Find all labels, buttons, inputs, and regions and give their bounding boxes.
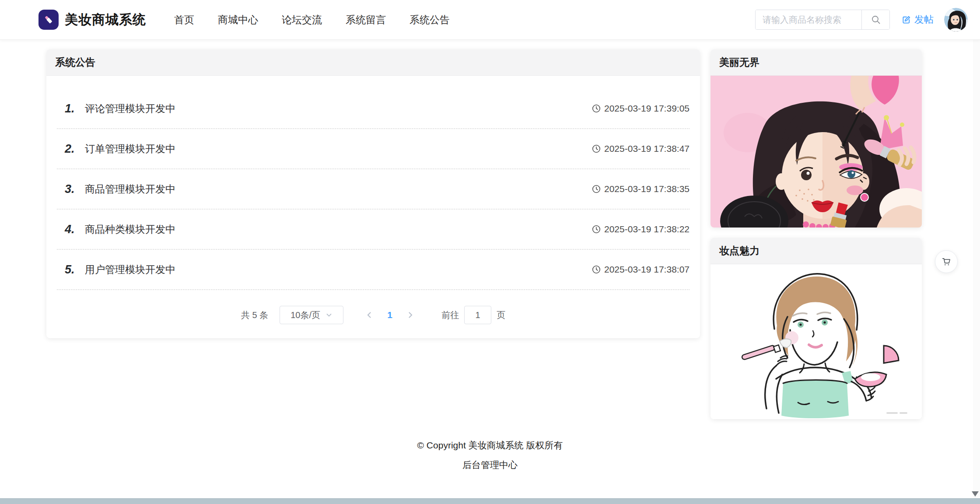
search-input[interactable] bbox=[756, 10, 861, 29]
pagination-total: 共 5 条 bbox=[241, 309, 268, 321]
announcement-time: 2025-03-19 17:39:05 bbox=[592, 103, 690, 114]
makeup-illustration-image bbox=[710, 264, 922, 419]
goto-page-input[interactable] bbox=[464, 306, 491, 324]
post-button[interactable]: 发帖 bbox=[901, 13, 934, 26]
brand-title: 美妆商城系统 bbox=[65, 11, 146, 29]
beauty-illustration-image bbox=[710, 76, 922, 228]
announcement-row[interactable]: 5. 用户管理模块开发中 2025-03-19 17:38:07 bbox=[57, 250, 690, 290]
promo-card-beauty-title: 美丽无界 bbox=[719, 56, 760, 69]
post-label: 发帖 bbox=[914, 13, 934, 26]
page-number-1[interactable]: 1 bbox=[382, 310, 398, 320]
announcements-card-header: 系统公告 bbox=[46, 49, 700, 76]
pagination: 共 5 条 10条/页 1 bbox=[57, 306, 690, 324]
announcement-title: 评论管理模块开发中 bbox=[85, 102, 175, 116]
clock-icon bbox=[592, 265, 601, 274]
announcement-title: 商品种类模块开发中 bbox=[85, 223, 175, 236]
announcements-list: 1. 评论管理模块开发中 2025-03-19 17:39:05 2. 订单管理… bbox=[46, 76, 700, 338]
scrollbar-down-arrow-icon[interactable] bbox=[972, 491, 979, 497]
nav-item-mall[interactable]: 商城中心 bbox=[218, 13, 258, 27]
clock-icon bbox=[592, 104, 601, 113]
search-box bbox=[755, 10, 890, 30]
footer: © Copyright 美妆商城系统 版权所有 后台管理中心 bbox=[0, 439, 980, 471]
page-size-select[interactable]: 10条/页 bbox=[280, 306, 343, 324]
cart-icon bbox=[941, 256, 952, 267]
brand-logo bbox=[38, 10, 59, 30]
sidebar: 美丽无界 bbox=[710, 49, 922, 419]
promo-card-makeup-title: 妆点魅力 bbox=[719, 244, 760, 258]
bottom-scrollbar bbox=[0, 498, 980, 504]
vertical-scrollbar-track[interactable] bbox=[973, 40, 980, 498]
admin-center-link[interactable]: 后台管理中心 bbox=[462, 459, 518, 471]
clock-icon bbox=[592, 144, 601, 153]
announcement-title: 用户管理模块开发中 bbox=[85, 263, 175, 276]
announcement-time: 2025-03-19 17:38:35 bbox=[592, 184, 690, 194]
next-page-button[interactable] bbox=[404, 311, 417, 319]
promo-card-beauty-header: 美丽无界 bbox=[710, 49, 922, 76]
chevron-right-icon bbox=[406, 311, 414, 319]
announcement-time: 2025-03-19 17:38:07 bbox=[592, 264, 690, 275]
promo-card-makeup: 妆点魅力 bbox=[710, 238, 922, 419]
announcement-index: 3. bbox=[65, 182, 80, 196]
edit-icon bbox=[901, 15, 911, 25]
lipstick-icon bbox=[42, 13, 55, 26]
announcement-time: 2025-03-19 17:38:47 bbox=[592, 144, 690, 154]
announcement-index: 4. bbox=[65, 223, 80, 236]
navbar: 美妆商城系统 首页 商城中心 论坛交流 系统留言 系统公告 bbox=[0, 0, 980, 40]
main-content: 系统公告 1. 评论管理模块开发中 2025-03-19 17:39:05 2.… bbox=[0, 40, 980, 419]
promo-card-makeup-header: 妆点魅力 bbox=[710, 238, 922, 264]
chevron-down-icon bbox=[326, 312, 332, 318]
nav-item-announcements[interactable]: 系统公告 bbox=[410, 13, 450, 27]
search-button[interactable] bbox=[861, 10, 889, 29]
announcement-index: 2. bbox=[65, 142, 80, 156]
announcement-row[interactable]: 1. 评论管理模块开发中 2025-03-19 17:39:05 bbox=[57, 89, 690, 129]
nav-item-messages[interactable]: 系统留言 bbox=[346, 13, 386, 27]
goto-label: 前往 bbox=[441, 309, 459, 321]
cart-float-button[interactable] bbox=[935, 250, 958, 273]
chevron-left-icon bbox=[365, 311, 373, 319]
page-unit-label: 页 bbox=[497, 309, 505, 321]
clock-icon bbox=[592, 225, 601, 234]
user-avatar[interactable] bbox=[944, 8, 968, 32]
navbar-right: 发帖 bbox=[755, 8, 968, 32]
page-size-value: 10条/页 bbox=[290, 309, 320, 321]
announcement-row[interactable]: 2. 订单管理模块开发中 2025-03-19 17:38:47 bbox=[57, 129, 690, 169]
announcement-index: 5. bbox=[65, 263, 80, 276]
nav-item-home[interactable]: 首页 bbox=[174, 13, 194, 27]
prev-page-button[interactable] bbox=[363, 311, 376, 319]
copyright-text: © Copyright 美妆商城系统 版权所有 bbox=[0, 439, 980, 452]
announcement-title: 订单管理模块开发中 bbox=[85, 142, 175, 156]
announcement-index: 1. bbox=[65, 102, 80, 116]
nav-item-forum[interactable]: 论坛交流 bbox=[282, 13, 322, 27]
search-icon bbox=[871, 14, 881, 25]
announcements-card: 系统公告 1. 评论管理模块开发中 2025-03-19 17:39:05 2.… bbox=[46, 49, 700, 338]
announcement-time: 2025-03-19 17:38:22 bbox=[592, 224, 690, 234]
announcement-title: 商品管理模块开发中 bbox=[85, 182, 175, 196]
nav-menu: 首页 商城中心 论坛交流 系统留言 系统公告 bbox=[174, 13, 450, 27]
announcement-row[interactable]: 4. 商品种类模块开发中 2025-03-19 17:38:22 bbox=[57, 210, 690, 250]
promo-card-beauty: 美丽无界 bbox=[710, 49, 922, 228]
announcements-title: 系统公告 bbox=[55, 56, 95, 69]
clock-icon bbox=[592, 185, 601, 193]
announcement-row[interactable]: 3. 商品管理模块开发中 2025-03-19 17:38:35 bbox=[57, 169, 690, 210]
